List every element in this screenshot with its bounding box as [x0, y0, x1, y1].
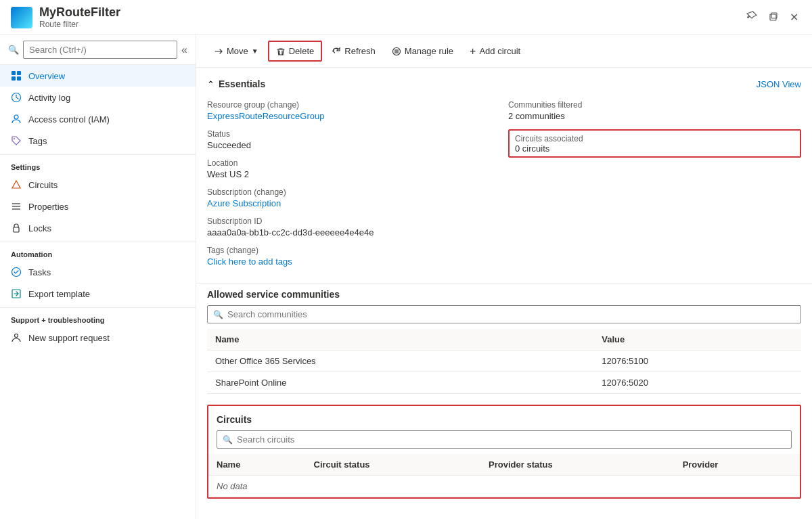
circuits-col-name: Name: [208, 454, 306, 476]
sidebar-item-label: Tasks: [28, 267, 51, 277]
community-name: SharePoint Online: [207, 372, 593, 394]
sidebar-item-tasks[interactable]: Tasks: [0, 261, 196, 283]
sidebar-item-export-template[interactable]: Export template: [0, 283, 196, 304]
svg-rect-0: [770, 14, 776, 20]
sidebar-item-label: Overview: [28, 71, 65, 81]
sidebar-item-activity-log[interactable]: Activity log: [0, 87, 196, 108]
communities-search-icon: 🔍: [213, 310, 223, 319]
communities-search-box[interactable]: 🔍: [207, 305, 801, 323]
no-data-label: No data: [208, 476, 800, 497]
locks-icon: [11, 223, 22, 233]
support-section-label: Support + troubleshooting: [0, 307, 196, 327]
communities-title: Allowed service communities: [207, 289, 801, 300]
overview-icon: [11, 70, 22, 81]
circuits-col-provider-status: Provider status: [480, 454, 675, 476]
sidebar-search-input[interactable]: [23, 41, 177, 59]
move-button[interactable]: Move ▼: [207, 42, 265, 60]
circuits-table: Name Circuit status Provider status Prov…: [208, 454, 800, 497]
refresh-button[interactable]: Refresh: [325, 42, 382, 60]
automation-section-label: Automation: [0, 242, 196, 261]
circuits-associated-item: Circuits associated 0 circuits: [508, 129, 801, 158]
circuits-col-provider: Provider: [675, 454, 800, 476]
svg-point-14: [12, 268, 21, 277]
tags-item: Tags (change) Click here to add tags: [207, 246, 500, 267]
sidebar-item-label: New support request: [28, 333, 110, 343]
sidebar-item-label: Properties: [28, 202, 68, 212]
title-text: MyRouteFilter Route filter: [39, 5, 737, 29]
svg-point-8: [14, 138, 15, 139]
access-control-icon: [11, 114, 22, 125]
tasks-icon: [11, 267, 22, 277]
circuits-search-icon: 🔍: [223, 435, 233, 445]
content-area: Move ▼ Delete Refresh: [196, 35, 812, 519]
subscription-link[interactable]: Azure Subscription: [207, 198, 500, 208]
table-row: SharePoint Online 12076:5020: [207, 372, 801, 394]
pin-button[interactable]: [744, 8, 760, 27]
circuits-icon: [11, 179, 22, 190]
essentials-panel: ⌃ Essentials JSON View Resource group (c…: [196, 68, 812, 277]
clone-button[interactable]: [765, 8, 782, 27]
page-subtitle: Route filter: [39, 20, 737, 29]
svg-point-7: [14, 115, 18, 119]
table-row: Other Office 365 Services 12076:5100: [207, 351, 801, 372]
sidebar-item-locks[interactable]: Locks: [0, 217, 196, 239]
svg-rect-4: [12, 76, 16, 81]
circuits-search-input[interactable]: [237, 434, 786, 445]
resource-group-item: Resource group (change) ExpressRouteReso…: [207, 100, 500, 121]
support-icon: [11, 332, 22, 343]
sidebar-item-label: Circuits: [28, 180, 58, 190]
circuits-search-box[interactable]: 🔍: [217, 430, 792, 449]
add-circuit-button[interactable]: + Add circuit: [463, 42, 527, 61]
properties-icon: [11, 201, 22, 212]
page-title: MyRouteFilter: [39, 5, 737, 20]
circuits-associated-label: Circuits associated: [515, 134, 583, 143]
subscription-item: Subscription (change) Azure Subscription: [207, 187, 500, 208]
svg-marker-9: [12, 181, 20, 188]
communities-search-input[interactable]: [227, 309, 795, 319]
communities-filtered-item: Communities filtered 2 communities: [508, 100, 801, 121]
delete-button[interactable]: Delete: [268, 41, 323, 62]
resource-group-link[interactable]: ExpressRouteResourceGroup: [207, 111, 500, 121]
essentials-title: Essentials: [219, 78, 265, 89]
communities-col-name: Name: [207, 329, 593, 351]
svg-rect-5: [17, 76, 21, 81]
community-value: 12076:5020: [593, 372, 801, 394]
sidebar-item-label: Activity log: [28, 93, 70, 103]
sidebar-item-circuits[interactable]: Circuits: [0, 174, 196, 196]
toolbar: Move ▼ Delete Refresh: [196, 35, 812, 68]
settings-section-label: Settings: [0, 154, 196, 174]
table-row: No data: [208, 476, 800, 497]
communities-table: Name Value Other Office 365 Services 120…: [207, 329, 801, 394]
subscription-id-item: Subscription ID aaaa0a0a-bb1b-cc2c-dd3d-…: [207, 217, 500, 238]
app-icon: [11, 7, 32, 28]
location-item: Location West US 2: [207, 158, 500, 179]
manage-rule-button[interactable]: Manage rule: [385, 42, 460, 60]
essentials-toggle-button[interactable]: ⌃: [207, 79, 215, 89]
svg-rect-3: [17, 71, 21, 75]
tags-icon: [11, 135, 22, 146]
svg-rect-2: [12, 71, 16, 75]
svg-rect-13: [14, 227, 19, 232]
sidebar-item-access-control[interactable]: Access control (IAM): [0, 108, 196, 130]
sidebar-item-overview[interactable]: Overview: [0, 65, 196, 87]
sidebar-item-tags[interactable]: Tags: [0, 130, 196, 152]
circuits-section: Circuits 🔍 Name Circuit status Provider …: [207, 405, 801, 499]
sidebar-collapse-button[interactable]: «: [181, 44, 187, 56]
close-button[interactable]: ✕: [787, 8, 801, 27]
circuits-col-circuit-status: Circuit status: [306, 454, 481, 476]
tags-link[interactable]: Click here to add tags: [207, 256, 500, 267]
sidebar-item-label: Tags: [28, 136, 47, 146]
circuits-associated-value: 0 circuits: [515, 143, 549, 154]
sidebar-item-label: Export template: [28, 289, 90, 299]
sidebar-item-new-support[interactable]: New support request: [0, 327, 196, 348]
community-name: Other Office 365 Services: [207, 351, 593, 372]
activity-log-icon: [11, 92, 22, 103]
sidebar-item-properties[interactable]: Properties: [0, 196, 196, 217]
export-icon: [11, 288, 22, 299]
sidebar-item-label: Locks: [28, 223, 51, 233]
circuits-section-title: Circuits: [208, 406, 800, 430]
community-value: 12076:5100: [593, 351, 801, 372]
svg-point-16: [15, 334, 18, 338]
json-view-link[interactable]: JSON View: [757, 79, 801, 89]
status-item: Status Succeeded: [207, 129, 500, 150]
